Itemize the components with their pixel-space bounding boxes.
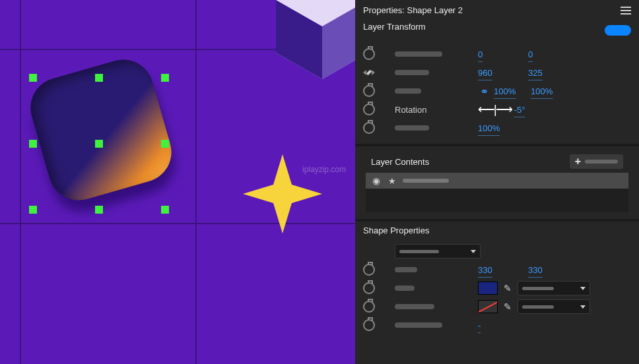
add-content-button[interactable]: + xyxy=(570,154,623,169)
fill-color-swatch[interactable] xyxy=(478,282,498,295)
shape-type-dropdown[interactable] xyxy=(395,244,481,258)
keyframe-navigator[interactable] xyxy=(363,70,375,75)
layer-contents-list: ◉ ★ xyxy=(366,173,628,212)
position-x-value[interactable]: 960 xyxy=(478,68,524,78)
stroke-width-value[interactable]: - xyxy=(478,320,524,330)
constrain-proportions-icon[interactable]: ⚭ xyxy=(478,85,490,98)
gridline xyxy=(20,0,21,364)
polystar-icon: ★ xyxy=(388,176,396,186)
opacity-value[interactable]: 100% xyxy=(478,123,524,133)
eyedropper-icon[interactable]: ✎ xyxy=(502,283,514,293)
property-label xyxy=(395,267,417,272)
chevron-down-icon xyxy=(471,250,476,253)
scale-y-value[interactable]: 100% xyxy=(531,86,566,96)
anchor-point-row: 0 0 xyxy=(363,45,631,63)
shape-size-row: 330 330 xyxy=(363,260,631,279)
property-label xyxy=(395,51,442,57)
property-label xyxy=(395,88,421,94)
selection-handle[interactable] xyxy=(95,206,103,214)
stroke-type-dropdown[interactable] xyxy=(518,299,590,314)
stroke-row: ✎ xyxy=(363,297,631,316)
stopwatch-icon[interactable] xyxy=(363,319,375,331)
selection-handle[interactable] xyxy=(161,74,169,82)
selection-handle[interactable] xyxy=(95,74,103,82)
properties-panel: Properties: Shape Layer 2 Layer Transfor… xyxy=(355,0,639,364)
stopwatch-icon[interactable] xyxy=(363,301,375,313)
opacity-row: 100% xyxy=(363,119,631,137)
selection-handle[interactable] xyxy=(161,140,169,148)
selection-handle[interactable] xyxy=(29,140,37,148)
rotation-value[interactable]: -5° xyxy=(514,105,550,115)
anchor-x-value[interactable]: 0 xyxy=(478,49,524,59)
selection-handle[interactable] xyxy=(161,206,169,214)
stopwatch-icon[interactable] xyxy=(363,122,375,134)
scrub-cursor-icon: ⟵|⟶ xyxy=(478,102,512,117)
scale-row: ⚭ 100% 100% xyxy=(363,82,631,100)
selection-anchor[interactable] xyxy=(95,140,103,148)
property-label xyxy=(395,70,429,75)
content-item-label xyxy=(403,179,449,183)
scale-x-value[interactable]: 100% xyxy=(494,86,527,96)
stopwatch-icon[interactable] xyxy=(363,85,375,97)
layer-contents-heading: Layer Contents xyxy=(371,157,429,167)
fill-row: ✎ xyxy=(363,279,631,297)
shape-size-y-value[interactable]: 330 xyxy=(528,265,574,275)
eyedropper-icon[interactable]: ✎ xyxy=(502,301,514,312)
stopwatch-icon[interactable] xyxy=(363,104,375,115)
hexagon-shape xyxy=(263,0,355,86)
chevron-down-icon xyxy=(580,287,586,290)
watermark-text: iplayzip.com xyxy=(302,165,346,174)
shape-size-x-value[interactable]: 330 xyxy=(478,265,524,275)
position-y-value[interactable]: 325 xyxy=(528,68,574,78)
composition-viewport[interactable]: iplayzip.com xyxy=(0,0,355,364)
gridline xyxy=(195,0,197,364)
panel-menu-icon[interactable] xyxy=(621,7,631,15)
rotation-row: Rotation ⟵|⟶ -5° xyxy=(363,100,631,119)
property-label xyxy=(395,286,415,291)
stopwatch-icon[interactable] xyxy=(363,264,375,276)
rotation-label: Rotation xyxy=(395,105,426,115)
selection-handle[interactable] xyxy=(29,206,37,214)
stroke-width-row: - xyxy=(363,316,631,334)
selection-handle[interactable] xyxy=(29,74,37,82)
plus-icon: + xyxy=(575,156,581,167)
shape-properties-heading: Shape Properties xyxy=(363,226,631,235)
stroke-color-swatch[interactable] xyxy=(478,300,498,313)
position-row: 960 325 xyxy=(363,63,631,82)
property-label xyxy=(395,304,434,309)
anchor-y-value[interactable]: 0 xyxy=(528,49,574,59)
chevron-down-icon xyxy=(580,305,586,309)
panel-title: Properties: Shape Layer 2 xyxy=(363,5,463,15)
stopwatch-icon[interactable] xyxy=(363,282,375,294)
fill-type-dropdown[interactable] xyxy=(518,281,590,295)
visibility-eye-icon[interactable]: ◉ xyxy=(371,175,382,186)
reset-transform-button[interactable] xyxy=(605,25,631,36)
content-item-row[interactable]: ◉ ★ xyxy=(366,173,628,189)
property-label xyxy=(395,322,442,328)
property-label xyxy=(395,125,429,131)
stopwatch-icon[interactable] xyxy=(363,48,375,60)
layer-transform-heading: Layer Transform xyxy=(363,22,426,32)
